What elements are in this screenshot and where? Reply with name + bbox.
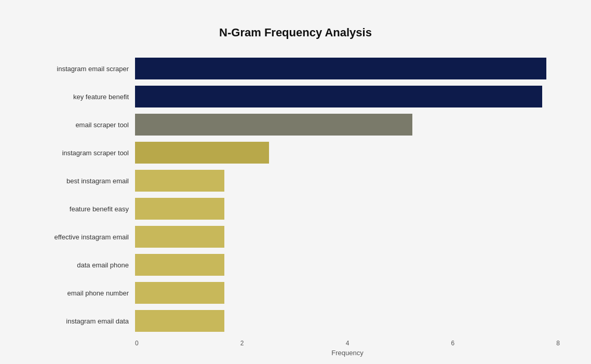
bar-row: instagram email scraper	[31, 55, 560, 82]
bar-row: best instagram email	[31, 167, 560, 194]
x-axis-tick-label: 0	[135, 340, 139, 347]
bar-row: instagram scraper tool	[31, 139, 560, 166]
bar-label: best instagram email	[31, 177, 135, 185]
bar	[135, 114, 412, 136]
bar	[135, 86, 542, 107]
bar-label: instagram scraper tool	[31, 149, 135, 157]
bar-label: email phone number	[31, 289, 135, 297]
x-axis-labels: 02468	[135, 340, 560, 347]
bar-track	[135, 111, 560, 138]
x-axis-title: Frequency	[135, 349, 560, 357]
bar-row: effective instagram email	[31, 223, 560, 250]
bar-label: effective instagram email	[31, 233, 135, 241]
bar-row: email phone number	[31, 279, 560, 306]
bar-label: instagram email scraper	[31, 65, 135, 73]
bar-label: key feature benefit	[31, 93, 135, 101]
bar-row: email scraper tool	[31, 111, 560, 138]
bar	[135, 254, 224, 276]
bar-label: email scraper tool	[31, 121, 135, 129]
bar	[135, 198, 224, 220]
bar	[135, 58, 546, 79]
bar-track	[135, 167, 560, 194]
bar	[135, 170, 224, 192]
bar-track	[135, 251, 560, 278]
bar-track	[135, 279, 560, 306]
bar	[135, 226, 224, 248]
bar-track	[135, 223, 560, 250]
bar-label: feature benefit easy	[31, 205, 135, 213]
chart-area: instagram email scraperkey feature benef…	[31, 55, 560, 335]
x-axis-tick-label: 4	[346, 340, 350, 347]
x-axis-container: 02468 Frequency	[135, 340, 560, 357]
bar-row: data email phone	[31, 251, 560, 278]
x-axis-tick-label: 6	[451, 340, 454, 347]
bar	[135, 310, 224, 332]
bar-row: instagram email data	[31, 307, 560, 334]
bar-track	[135, 139, 560, 166]
x-axis-tick-label: 2	[240, 340, 244, 347]
chart-title: N-Gram Frequency Analysis	[31, 26, 560, 39]
bar-label: data email phone	[31, 261, 135, 269]
x-axis-tick-label: 8	[556, 340, 560, 347]
chart-container: N-Gram Frequency Analysis instagram emai…	[10, 10, 581, 364]
bar-label: instagram email data	[31, 317, 135, 325]
bar-track	[135, 55, 560, 82]
bar-row: key feature benefit	[31, 83, 560, 110]
bar	[135, 282, 224, 304]
bar-row: feature benefit easy	[31, 195, 560, 222]
bar	[135, 142, 269, 164]
bar-track	[135, 83, 560, 110]
bar-track	[135, 307, 560, 334]
bar-track	[135, 195, 560, 222]
